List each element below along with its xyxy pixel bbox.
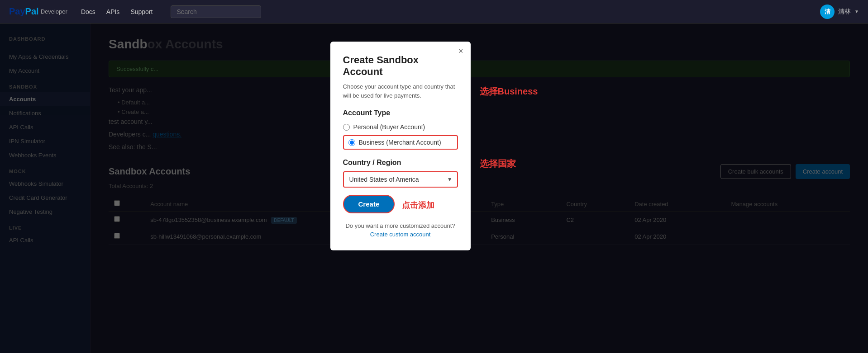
country-region-label: Country / Region xyxy=(343,159,458,167)
create-button[interactable]: Create xyxy=(343,195,395,213)
docs-link[interactable]: Docs xyxy=(81,8,95,15)
radio-personal[interactable]: Personal (Buyer Account) xyxy=(343,123,458,131)
create-sandbox-account-modal: × Create Sandbox Account Choose your acc… xyxy=(330,42,471,250)
logo: PayPal Developer xyxy=(9,6,67,17)
support-link[interactable]: Support xyxy=(130,8,153,15)
customization-text: Do you want a more customized account? xyxy=(345,222,455,229)
logo-text: PayPal xyxy=(9,6,39,17)
radio-personal-label: Personal (Buyer Account) xyxy=(353,123,425,131)
create-custom-account-link[interactable]: Create custom account xyxy=(343,231,458,238)
radio-business-label: Business (Merchant Account) xyxy=(359,139,441,146)
annotation-select-country: 选择国家 xyxy=(480,158,538,170)
avatar: 清 xyxy=(820,5,835,19)
user-section: 清 清林 ▼ xyxy=(820,5,859,19)
top-navigation: PayPal Developer Docs APIs Support 清 清林 … xyxy=(0,0,868,24)
radio-business[interactable]: Business (Merchant Account) xyxy=(343,135,458,150)
nav-links: Docs APIs Support xyxy=(81,5,262,18)
modal-overlay[interactable]: × Create Sandbox Account Choose your acc… xyxy=(0,24,868,353)
country-select-wrapper: United States of America United Kingdom … xyxy=(343,171,458,188)
modal-subtitle: Choose your account type and country tha… xyxy=(343,82,458,100)
country-select[interactable]: United States of America United Kingdom … xyxy=(344,172,457,187)
account-type-label: Account Type xyxy=(343,109,458,117)
radio-business-input[interactable] xyxy=(348,139,355,146)
radio-personal-input[interactable] xyxy=(343,124,350,131)
account-type-radio-group: Personal (Buyer Account) Business (Merch… xyxy=(343,123,458,150)
chevron-down-icon[interactable]: ▼ xyxy=(854,9,859,14)
annotation-select-business: 选择Business xyxy=(480,85,538,98)
custom-account-section: Do you want a more customized account? C… xyxy=(343,222,458,238)
modal-title: Create Sandbox Account xyxy=(343,54,458,78)
logo-developer-text: Developer xyxy=(41,8,67,15)
modal-close-button[interactable]: × xyxy=(458,47,463,55)
search-input[interactable] xyxy=(171,5,261,18)
apis-link[interactable]: APIs xyxy=(106,8,120,15)
user-name: 清林 xyxy=(838,8,851,16)
annotation-click-add: 点击添加 xyxy=(402,200,434,211)
